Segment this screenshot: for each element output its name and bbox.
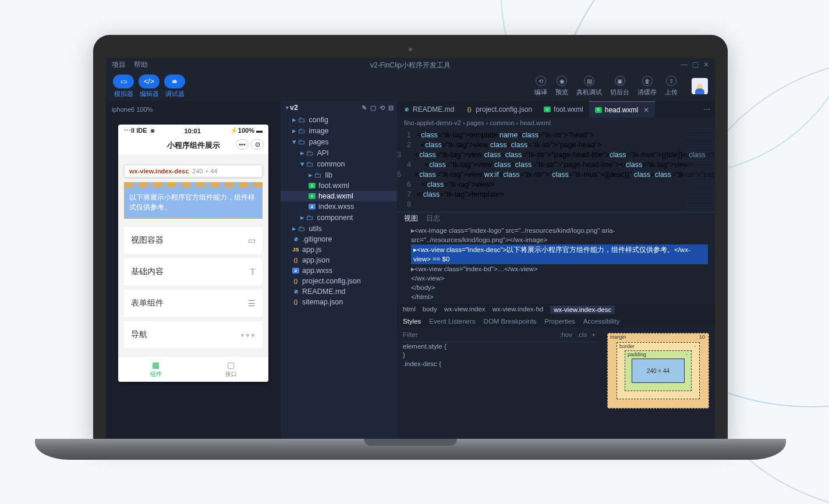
action-background[interactable]: ▣切后台: [610, 76, 629, 97]
action-preview[interactable]: ◉预览: [555, 76, 568, 97]
mode-editor-button[interactable]: </>: [139, 74, 160, 88]
editor-tab[interactable]: ≡ foot.wxml: [538, 101, 589, 118]
action-clear-cache[interactable]: 🗑清缓存: [637, 76, 657, 97]
phone-tab-components[interactable]: ▦组件: [118, 357, 193, 382]
devtools-tab-log[interactable]: 日志: [426, 214, 440, 223]
dom-breadcrumb[interactable]: htmlbodywx-view.indexwx-view.index-hdwx-…: [397, 304, 715, 315]
minimap[interactable]: [686, 128, 715, 212]
menu-help[interactable]: 帮助: [134, 60, 148, 70]
list-item[interactable]: 表单组件☰: [124, 290, 263, 317]
editor-tab[interactable]: ⎚ README.md: [397, 101, 460, 118]
action-compile[interactable]: ⟲编译: [534, 76, 547, 97]
new-file-icon[interactable]: ✎: [362, 104, 367, 112]
list-item[interactable]: 导航∘∘∘: [124, 321, 263, 348]
devtools-tab-view[interactable]: 视图: [404, 214, 418, 223]
phone-page-title: 小程序组件展示: [167, 141, 220, 150]
list-item[interactable]: 基础内容𝕋: [124, 258, 263, 285]
explorer-item[interactable]: ▸ 🗀 lib: [281, 169, 397, 180]
explorer-item[interactable]: # index.wxss: [281, 201, 397, 212]
devtools-pane: 视图 日志 ▸<wx-image class="index-logo" src=…: [397, 212, 715, 410]
tab-overflow-icon[interactable]: ⋯: [699, 105, 715, 113]
mode-debugger-button[interactable]: ⩩: [164, 74, 185, 88]
menu-bar: 项目 帮助 — ▢ ✕: [106, 58, 715, 71]
editor-tab[interactable]: {} project.config.json: [460, 101, 538, 118]
ide-window: v2-FinClip小程序开发工具 项目 帮助 — ▢ ✕ ▭模拟器 </>编辑…: [106, 58, 715, 442]
styles-filter-input[interactable]: Filter: [403, 331, 418, 339]
explorer-item[interactable]: {} project.config.json: [281, 276, 397, 286]
box-model: margin10 border- padding- 240 × 44: [607, 333, 709, 409]
explorer-item[interactable]: JS app.js: [281, 244, 397, 255]
crumb[interactable]: body: [423, 306, 437, 314]
code-editor[interactable]: 1<class="tk-tag">template name=class="tk…: [397, 128, 715, 212]
phone-status-signal: ⋅⋅⋅ll IDE ⨳: [124, 127, 155, 134]
breadcrumb[interactable]: fino-applet-demo-v2 › pages › common › h…: [397, 118, 715, 128]
file-explorer: ▾ v2 ✎ ▢ ⟲ ⊟ ▸ 🗀 config▸ 🗀 image▾ 🗀 page…: [281, 101, 397, 442]
editor-tab[interactable]: ≡ head.wxml✕: [589, 101, 655, 118]
simulator-device-label[interactable]: iphone6 100%: [112, 105, 275, 118]
devtools-subtab[interactable]: Properties: [544, 318, 575, 325]
devtools-subtab[interactable]: Accessibility: [583, 318, 620, 325]
window-min-icon[interactable]: —: [681, 61, 688, 69]
top-toolbar: ▭模拟器 </>编辑器 ⩩调试器 ⟲编译 ◉预览 ▤真机调试 ▣切后台 🗑清缓存…: [106, 71, 715, 101]
explorer-item[interactable]: ▸ 🗀 API: [281, 147, 397, 158]
explorer-item[interactable]: ▸ 🗀 config: [281, 114, 397, 125]
phone-status-time: 10:01: [155, 127, 230, 134]
refresh-icon[interactable]: ⟲: [380, 104, 385, 112]
explorer-item[interactable]: {} app.json: [281, 255, 397, 265]
explorer-item[interactable]: {} sitemap.json: [281, 297, 397, 307]
explorer-item[interactable]: ≡ foot.wxml: [281, 180, 397, 191]
action-upload[interactable]: ⇧上传: [665, 76, 678, 97]
phone-tab-api[interactable]: ▢接口: [193, 357, 268, 382]
styles-add[interactable]: +: [591, 331, 596, 339]
simulator-panel: iphone6 100% ⋅⋅⋅ll IDE ⨳ 10:01 ⚡100% ▬ 小…: [106, 101, 281, 442]
new-folder-icon[interactable]: ▢: [370, 104, 376, 112]
crumb[interactable]: wx-view.index-desc: [550, 306, 615, 314]
explorer-item[interactable]: ⎚ README.md: [281, 286, 397, 297]
styles-rules[interactable]: element.style {}.index-desc { </div><div…: [403, 342, 596, 368]
list-item[interactable]: 视图容器▭: [124, 227, 263, 254]
crumb[interactable]: wx-view.index-hd: [493, 306, 544, 314]
capsule-close-icon[interactable]: ⊙: [251, 139, 264, 150]
explorer-item[interactable]: ▸ 🗀 utils: [281, 223, 397, 234]
explorer-item[interactable]: # app.wxss: [281, 265, 397, 276]
editor-area: ⎚ README.md{} project.config.json≡ foot.…: [397, 101, 715, 442]
collapse-icon[interactable]: ⊟: [388, 104, 394, 112]
crumb[interactable]: wx-view.index: [444, 306, 486, 314]
inspector-tooltip: wx-view.index-desc 240 × 44: [124, 165, 263, 178]
explorer-item[interactable]: ▸ 🗀 component: [281, 212, 397, 223]
styles-hov[interactable]: :hov: [559, 331, 572, 339]
mode-simulator-button[interactable]: ▭: [113, 74, 134, 88]
dom-tree[interactable]: ▸<wx-image class="index-logo" src="../re…: [397, 225, 715, 304]
explorer-item[interactable]: ▸ 🗀 image: [281, 125, 397, 136]
action-remote-debug[interactable]: ▤真机调试: [576, 76, 602, 97]
phone-status-battery: ⚡100% ▬: [230, 127, 263, 134]
close-icon[interactable]: ✕: [643, 106, 649, 114]
devtools-subtab[interactable]: Styles: [403, 318, 421, 325]
camera-dot: [409, 48, 412, 51]
explorer-item[interactable]: ≡ head.wxml: [281, 191, 397, 201]
laptop-base: [35, 439, 786, 460]
window-close-icon[interactable]: ✕: [703, 61, 709, 69]
highlighted-element[interactable]: 以下将展示小程序官方组件能力，组件样式仅供参考。: [124, 182, 263, 219]
editor-tabs: ⎚ README.md{} project.config.json≡ foot.…: [397, 101, 715, 118]
window-max-icon[interactable]: ▢: [692, 61, 699, 69]
laptop-frame: v2-FinClip小程序开发工具 项目 帮助 — ▢ ✕ ▭模拟器 </>编辑…: [93, 35, 728, 454]
crumb[interactable]: html: [403, 306, 416, 314]
devtools-subtab[interactable]: DOM Breakpoints: [484, 318, 537, 325]
explorer-item[interactable]: ▾ 🗀 pages: [281, 136, 397, 147]
explorer-root[interactable]: v2: [290, 104, 298, 112]
menu-project[interactable]: 项目: [112, 60, 126, 70]
devtools-subtab[interactable]: Event Listeners: [429, 318, 475, 325]
capsule-menu-icon[interactable]: •••: [236, 139, 249, 150]
phone-frame: ⋅⋅⋅ll IDE ⨳ 10:01 ⚡100% ▬ 小程序组件展示 ••• ⊙: [118, 125, 268, 382]
devtools-subtabs: StylesEvent ListenersDOM BreakpointsProp…: [397, 315, 715, 327]
explorer-item[interactable]: ▾ 🗀 common: [281, 158, 397, 169]
styles-cls[interactable]: .cls: [577, 331, 587, 339]
explorer-item[interactable]: ⎚ .gitignore: [281, 234, 397, 244]
avatar[interactable]: [692, 78, 708, 94]
